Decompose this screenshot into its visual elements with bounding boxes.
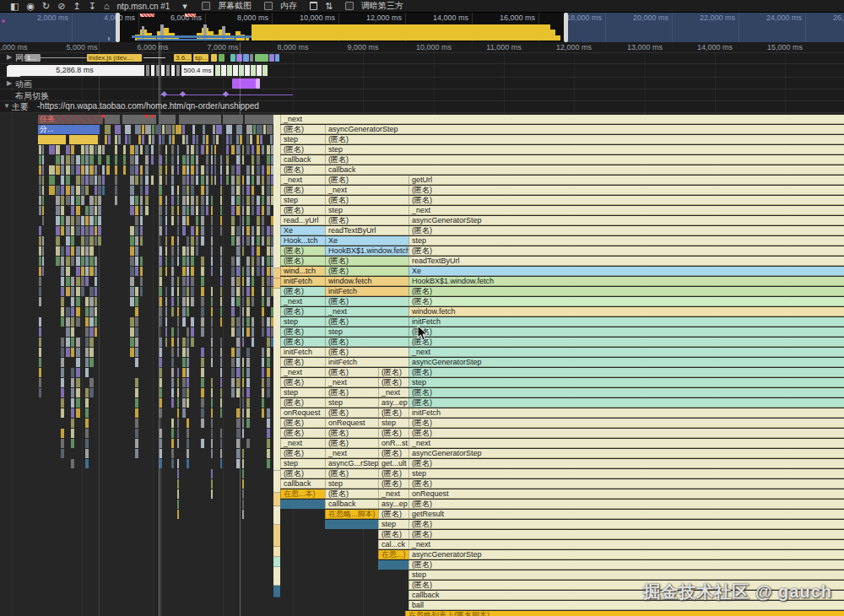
flame-frame[interactable]: getUrl [408,176,844,185]
flame-frame[interactable]: (匿名) [325,196,408,205]
flame-frame[interactable]: asy...ep [378,398,408,408]
flame-frame[interactable]: (匿名) [280,449,325,458]
flame-frame[interactable]: step [378,520,408,529]
flame-frame[interactable]: Xe [408,267,844,276]
flame-frame[interactable]: (匿名) [280,378,325,387]
selection-handle-right[interactable] [564,13,568,42]
network-request-chip[interactable] [255,54,268,62]
page-selector[interactable]: ntp.msn.cn #1 [117,2,170,11]
flame-frame[interactable]: _next [378,388,408,397]
flame-frame[interactable] [280,500,325,509]
flame-frame[interactable] [378,560,408,570]
flame-frame[interactable]: (匿名) [378,479,408,489]
flame-frame[interactable]: (匿名) [280,398,325,408]
flame-frame[interactable]: asyncGeneratorStep [408,550,844,559]
flame-frame[interactable]: wind...tch [280,267,325,276]
flame-frame[interactable]: (匿名) [325,439,378,448]
flame-frame-clipped[interactable] [273,525,280,547]
flame-frame[interactable]: step [408,469,844,478]
screenshots-checkbox[interactable] [202,2,210,10]
task-bar[interactable] [105,115,120,124]
flame-frame[interactable]: (匿名) [325,267,408,276]
flame-frame[interactable]: (匿名) [408,419,844,428]
flame-frame[interactable]: step [280,459,325,468]
flame-frame[interactable]: (匿名) [378,449,408,458]
network-request-chip[interactable]: index.js (dev.... [87,54,142,62]
flame-frame[interactable]: _next [408,439,844,448]
flame-frame[interactable]: _next [325,186,408,195]
flame-frame-clipped[interactable] [273,471,280,493]
flame-frame[interactable]: (匿名) [325,135,844,144]
flame-frame[interactable]: get...ult [378,459,408,468]
flame-frame[interactable]: _next [280,115,844,124]
flame-frame[interactable]: _next [325,449,378,458]
flame-frame[interactable]: (匿名) [408,186,844,195]
parse-bar[interactable]: 分... [38,125,100,134]
flame-frame[interactable]: (匿名) [325,216,408,225]
reload-and-record-icon[interactable]: ↻ [42,2,50,11]
chevron-down-icon[interactable]: ▾ [182,2,187,11]
network-request-chip[interactable] [250,54,253,62]
track-label-main[interactable]: 主要 [12,101,29,113]
task-bar[interactable] [159,115,176,124]
task-bar[interactable] [179,115,221,124]
clear-icon[interactable]: ⊘ [57,2,65,11]
flame-frame[interactable]: (匿名) [408,338,844,347]
flame-frame[interactable]: (匿名) [408,398,844,408]
flame-frame[interactable]: initFetch [280,348,325,357]
flame-frame[interactable]: (匿名) [378,368,408,377]
flame-frame[interactable]: (匿名) [408,226,844,235]
flame-frame[interactable]: (匿名) [325,489,378,499]
flame-frame[interactable]: initFetch [325,358,408,367]
flame-frame[interactable]: 在忽略...脚本) [325,510,378,519]
flame-frame[interactable]: (匿名) [408,429,844,438]
flame-frame[interactable]: (匿名) [325,257,408,266]
flame-frame[interactable]: (匿名) [378,530,408,539]
flame-frame[interactable]: (匿名) [280,145,325,154]
network-request-chip[interactable]: 1... [25,54,41,62]
flame-frame[interactable]: (匿名) [408,459,844,468]
flame-frame[interactable]: onRequest [280,408,325,418]
network-request-chip[interactable] [230,54,235,62]
flame-frame[interactable]: _next [325,307,408,316]
flame-frame[interactable]: (匿名) [408,287,844,296]
flame-frame[interactable]: asyncGeneratorStep [408,449,844,458]
flame-frame[interactable]: initFetch [408,408,844,418]
flame-frame[interactable]: step [325,479,378,489]
flame-frame[interactable]: (匿名) [378,408,408,418]
flame-frame[interactable]: step [378,419,408,428]
flame-frame[interactable]: (匿名) [408,297,844,306]
flame-frame[interactable]: (匿名) [325,317,408,327]
flame-frame[interactable]: (匿名) [325,368,378,377]
evaluate-script-bar[interactable] [69,135,98,144]
flame-frame[interactable]: (匿名) [280,429,325,438]
flame-frame[interactable]: cal...ck [378,540,408,549]
flame-frame-clipped[interactable] [273,278,280,289]
flame-frame[interactable]: _next [280,368,325,377]
flame-frame[interactable]: 在忽略列表上(匿名脚本) [405,611,844,616]
flame-frame[interactable]: _next [280,297,325,306]
flame-frame[interactable]: asyncGeneratorStep [325,125,844,134]
animation-bar[interactable] [232,78,256,89]
flame-frame[interactable]: step [280,317,325,327]
flame-frame[interactable]: step [408,236,844,246]
flame-frame[interactable]: 在忽...本) [280,489,325,499]
flame-frame[interactable]: asyncGeneratorStep [408,358,844,367]
flame-frame[interactable] [325,520,378,529]
flame-frame[interactable]: (匿名) [280,287,325,296]
flame-frame[interactable]: (匿名) [280,338,325,347]
flame-frame[interactable]: step [280,388,325,397]
flame-frame[interactable]: step [280,196,325,205]
flame-frame[interactable]: step [325,327,408,337]
flame-frame[interactable]: step [325,206,408,215]
flame-frame[interactable]: _next [280,176,325,185]
collapse-expand-icon[interactable]: ⇅ [325,2,333,11]
flame-frame[interactable]: (匿名) [325,469,378,478]
flame-frame[interactable]: (匿名) [325,429,378,438]
layout-shift-diamond[interactable] [180,91,186,97]
animation-bar[interactable] [256,78,260,89]
flame-frame[interactable]: callback [325,500,378,509]
flame-frame[interactable]: (匿名) [378,469,408,478]
flame-frame-clipped[interactable] [273,557,280,567]
flame-frame-clipped[interactable] [273,289,280,471]
